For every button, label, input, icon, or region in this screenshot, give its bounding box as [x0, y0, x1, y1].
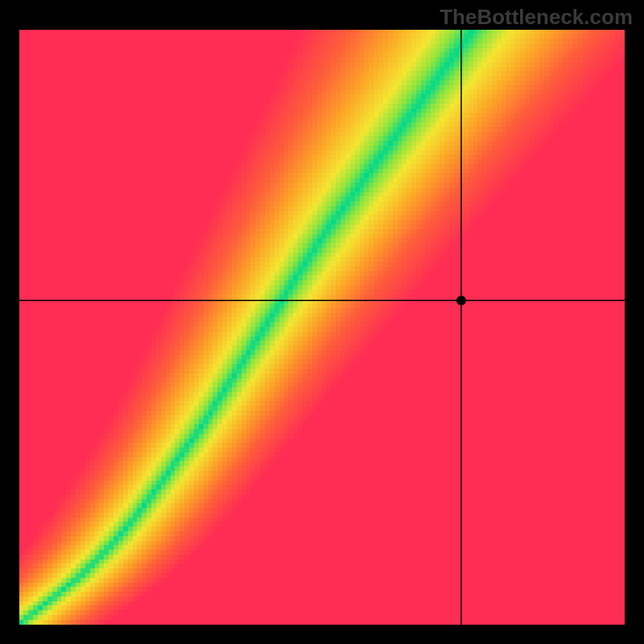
chart-container: TheBottleneck.com [0, 0, 644, 644]
watermark-text: TheBottleneck.com [440, 5, 633, 30]
heatmap-plot [19, 30, 625, 625]
heatmap-canvas [19, 30, 625, 625]
